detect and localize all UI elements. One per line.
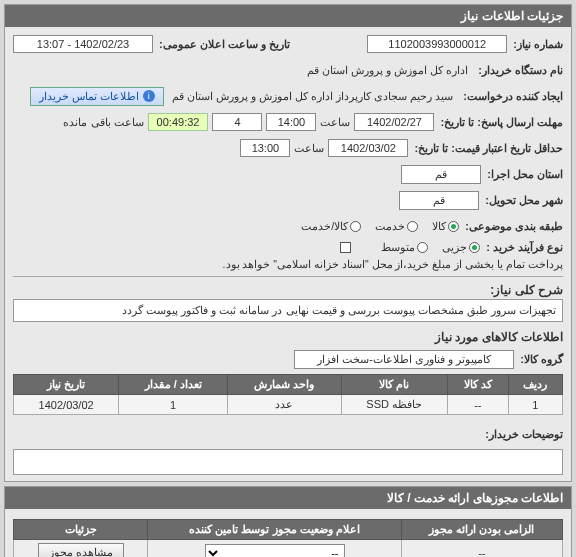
cat-goods-service-radio[interactable] [350, 221, 361, 232]
deadline-label: مهلت ارسال پاسخ: تا تاریخ: [440, 116, 563, 129]
process-medium-radio[interactable] [417, 242, 428, 253]
table-row[interactable]: 1 -- حافظه SSD عدد 1 1402/03/02 [14, 395, 563, 415]
deadline-time-value: 14:00 [266, 113, 316, 131]
requester-value: سید رحیم سجادی کارپرداز اداره کل اموزش و… [168, 88, 458, 105]
license-panel: اطلاعات مجوزهای ارائه خدمت / کالا الزامی… [4, 486, 572, 557]
col-row: ردیف [508, 375, 562, 395]
public-datetime-label: تاریخ و ساعت اعلان عمومی: [159, 38, 290, 51]
time-label-2: ساعت [294, 142, 324, 155]
process-partial-label: جزیی [442, 241, 467, 254]
lic-col-details: جزئیات [14, 520, 148, 540]
cell-idx: 1 [508, 395, 562, 415]
panel-title: جزئیات اطلاعات نیاز [5, 5, 571, 27]
countdown-timer: 00:49:32 [148, 113, 209, 131]
min-valid-time-value: 13:00 [240, 139, 290, 157]
panel-body: شماره نیاز: 1102003993000012 تاریخ و ساع… [5, 27, 571, 481]
lic-col-status: اعلام وضعیت مجوز توسط تامین کننده [148, 520, 401, 540]
col-code: کد کالا [447, 375, 508, 395]
days-remain-value: 4 [212, 113, 262, 131]
deadline-date-value: 1402/02/27 [354, 113, 434, 131]
lic-required-value: -- [401, 540, 562, 558]
exec-city-label: استان محل اجرا: [487, 168, 563, 181]
col-qty: تعداد / مقدار [119, 375, 228, 395]
description-text: تجهیزات سرور طبق مشخصات پیوست بررسی و قی… [13, 299, 563, 322]
countdown-label: ساعت باقی مانده [63, 116, 143, 129]
cat-good-radio[interactable] [448, 221, 459, 232]
need-details-panel: جزئیات اطلاعات نیاز شماره نیاز: 11020039… [4, 4, 572, 482]
items-header-row: ردیف کد کالا نام کالا واحد شمارش تعداد /… [14, 375, 563, 395]
cell-code: -- [447, 395, 508, 415]
cell-unit: عدد [228, 395, 342, 415]
deliver-city-label: شهر محل تحویل: [485, 194, 563, 207]
need-number-value: 1102003993000012 [367, 35, 507, 53]
buyer-comment-label: توضیحات خریدار: [485, 428, 563, 441]
cell-date: 1402/03/02 [14, 395, 119, 415]
buyer-org-label: نام دستگاه خریدار: [478, 64, 563, 77]
cell-qty: 1 [119, 395, 228, 415]
contact-buyer-label: اطلاعات تماس خریدار [39, 90, 139, 103]
time-label-1: ساعت [320, 116, 350, 129]
license-table: الزامی بودن ارائه مجوز اعلام وضعیت مجوز … [13, 519, 563, 557]
lic-status-select[interactable]: -- [205, 544, 345, 558]
buyer-org-value: اداره کل اموزش و پرورش استان قم [303, 62, 472, 79]
treasury-payment-checkbox[interactable] [340, 242, 351, 253]
deliver-city-value: قم [399, 191, 479, 210]
contact-buyer-button[interactable]: i اطلاعات تماس خریدار [30, 87, 164, 106]
license-panel-title: اطلاعات مجوزهای ارائه خدمت / کالا [5, 487, 571, 509]
min-valid-label: حداقل تاریخ اعتبار قیمت: تا تاریخ: [414, 142, 563, 155]
buyer-comment-box [13, 449, 563, 475]
public-datetime-value: 1402/02/23 - 13:07 [13, 35, 153, 53]
items-table: ردیف کد کالا نام کالا واحد شمارش تعداد /… [13, 374, 563, 415]
col-name: نام کالا [341, 375, 447, 395]
payment-note: پرداخت تمام یا بخشی از مبلغ خرید،از محل … [223, 258, 563, 270]
items-title: اطلاعات کالاهای مورد نیاز [13, 330, 563, 344]
cell-name: حافظه SSD [341, 395, 447, 415]
license-row: -- -- مشاهده مجوز [14, 540, 563, 558]
cat-service-label: خدمت [375, 220, 405, 233]
cat-goods-service-label: کالا/خدمت [301, 220, 348, 233]
cat-good-label: کالا [432, 220, 446, 233]
exec-city-value: قم [401, 165, 481, 184]
process-label: نوع فرآیند خرید : [486, 241, 563, 254]
need-number-label: شماره نیاز: [513, 38, 563, 51]
license-header-row: الزامی بودن ارائه مجوز اعلام وضعیت مجوز … [14, 520, 563, 540]
group-value: کامپیوتر و فناوری اطلاعات-سخت افزار [294, 350, 514, 369]
col-unit: واحد شمارش [228, 375, 342, 395]
group-label: گروه کالا: [520, 353, 563, 366]
category-label: طبقه بندی موضوعی: [465, 220, 563, 233]
description-title: شرح کلی نیاز: [13, 283, 563, 297]
cat-service-radio[interactable] [407, 221, 418, 232]
info-icon: i [143, 90, 155, 102]
lic-col-required: الزامی بودن ارائه مجوز [401, 520, 562, 540]
process-partial-radio[interactable] [469, 242, 480, 253]
min-valid-date-value: 1402/03/02 [328, 139, 408, 157]
requester-label: ایجاد کننده درخواست: [463, 90, 563, 103]
process-medium-label: متوسط [381, 241, 415, 254]
view-license-button[interactable]: مشاهده مجوز [38, 543, 124, 557]
col-date: تاریخ نیاز [14, 375, 119, 395]
